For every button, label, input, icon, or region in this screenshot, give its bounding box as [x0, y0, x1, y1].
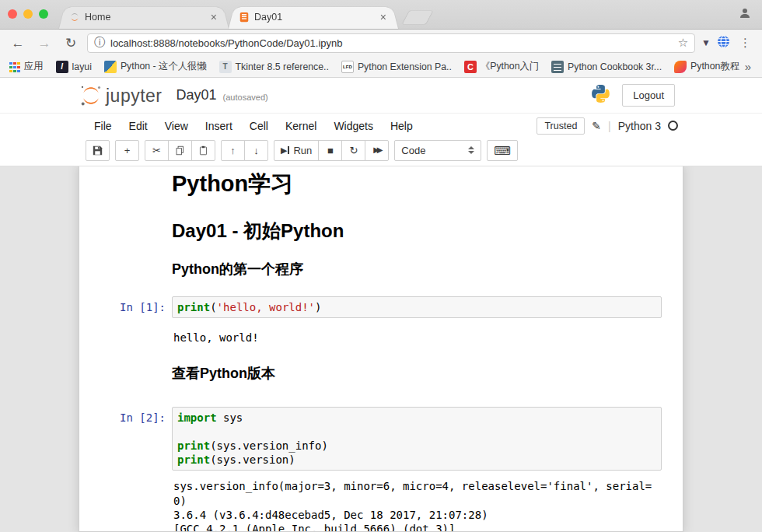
- output-text: hello, world!: [172, 327, 259, 348]
- notebook-title[interactable]: Day01: [177, 87, 217, 103]
- page-info-icon[interactable]: ⓘ: [94, 36, 105, 50]
- output-prompt-spacer: [96, 327, 172, 348]
- jupyter-header: jupyter Day01 (autosaved) Logout: [0, 78, 762, 114]
- url-text[interactable]: localhost:8888/notebooks/PythonCode/Day0…: [110, 37, 673, 49]
- menu-insert[interactable]: Insert: [197, 116, 241, 136]
- logout-button[interactable]: Logout: [622, 84, 675, 107]
- code-input[interactable]: import sys print(sys.version_info)print(…: [172, 407, 662, 471]
- markdown-cell[interactable]: Day01 - 初始Python: [94, 219, 669, 243]
- bookmark-item[interactable]: layui: [56, 61, 92, 73]
- paste-cell-button[interactable]: [191, 140, 215, 161]
- notebook-page: Python学习 Day01 - 初始Python Python的第一个程序 I…: [79, 166, 683, 532]
- code-line: [177, 425, 656, 439]
- menu-edit[interactable]: Edit: [121, 116, 156, 136]
- jupyter-logo-text: jupyter: [106, 86, 163, 107]
- code-cell-1[interactable]: In [1]: print('hello, world!'): [94, 295, 669, 320]
- interrupt-kernel-button[interactable]: ■: [318, 140, 342, 161]
- close-window-button[interactable]: [8, 9, 17, 19]
- zoom-window-button[interactable]: [39, 9, 48, 19]
- menu-cell[interactable]: Cell: [241, 116, 277, 136]
- tab-home[interactable]: Home ×: [59, 5, 229, 29]
- down-arrow-icon: ↓: [253, 145, 259, 156]
- close-tab-icon[interactable]: ×: [208, 11, 219, 23]
- run-label: Run: [293, 145, 312, 156]
- restart-kernel-button[interactable]: ↻: [341, 140, 365, 161]
- add-cell-button[interactable]: +: [115, 140, 139, 161]
- notebook-menubar: FileEditViewInsertCellKernelWidgetsHelp …: [0, 114, 762, 138]
- close-tab-icon[interactable]: ×: [378, 11, 389, 23]
- menu-items: FileEditViewInsertCellKernelWidgetsHelp: [86, 116, 421, 136]
- new-tab-button[interactable]: [402, 11, 432, 24]
- address-bar[interactable]: ⓘ localhost:8888/notebooks/PythonCode/Da…: [87, 33, 695, 53]
- move-cell-up-button[interactable]: ↑: [221, 140, 245, 161]
- bookmark-star-icon[interactable]: ☆: [678, 36, 688, 50]
- tab-day01[interactable]: Day01 ×: [229, 5, 398, 29]
- feather-icon: [674, 61, 687, 73]
- csdn-icon: [464, 61, 477, 73]
- save-button[interactable]: [86, 140, 110, 161]
- chrome-menu-icon[interactable]: ⋮: [736, 36, 754, 50]
- menu-kernel[interactable]: Kernel: [277, 116, 325, 136]
- bookmark-label: layui: [72, 61, 92, 72]
- refresh-button[interactable]: ↻: [61, 37, 81, 50]
- extension-globe-icon[interactable]: [717, 35, 730, 51]
- restart-icon: ↻: [349, 145, 358, 156]
- code-cell-2[interactable]: In [2]: import sys print(sys.version_inf…: [94, 405, 669, 473]
- bookmark-label: Python教程: [690, 60, 739, 73]
- menu-file[interactable]: File: [86, 116, 121, 136]
- restart-run-all-button[interactable]: ▶▶: [365, 140, 389, 161]
- lfd-icon: [341, 61, 354, 73]
- notebook-toolbar: + ✂ ↑: [0, 138, 762, 166]
- bookmark-item[interactable]: 《Python入门: [464, 60, 539, 73]
- menubar-right: Trusted ✎ | Python 3: [537, 117, 678, 135]
- output-text: sys.version_info(major=3, minor=6, micro…: [172, 476, 652, 532]
- bookmark-item[interactable]: 应用: [8, 60, 44, 73]
- forward-button[interactable]: →: [34, 37, 54, 50]
- command-palette-button[interactable]: ⌨: [487, 140, 518, 161]
- markdown-cell[interactable]: 查看Python版本: [94, 364, 669, 383]
- markdown-cell[interactable]: Python的第一个程序: [94, 260, 669, 279]
- bookmarks-overflow-icon[interactable]: »: [742, 60, 754, 73]
- plus-icon: +: [124, 145, 131, 156]
- extension-download-icon[interactable]: ▼: [701, 37, 711, 48]
- jupyter-home-favicon: [68, 12, 80, 23]
- profile-icon[interactable]: [734, 5, 756, 24]
- trusted-badge[interactable]: Trusted: [537, 117, 585, 135]
- prompt-spacer: [96, 366, 172, 382]
- menu-help[interactable]: Help: [382, 116, 421, 136]
- bookmark-item[interactable]: Python教程: [674, 60, 739, 73]
- copy-cell-button[interactable]: [168, 140, 192, 161]
- window-controls: [8, 0, 59, 29]
- code-line: print(sys.version_info): [177, 439, 656, 453]
- cell-output-2: sys.version_info(major=3, minor=6, micro…: [94, 474, 669, 532]
- bookmark-label: 应用: [24, 60, 44, 73]
- heading-python-study: Python学习: [172, 171, 293, 197]
- menu-widgets[interactable]: Widgets: [325, 116, 382, 136]
- move-cell-down-button[interactable]: ↓: [244, 140, 268, 161]
- menu-view[interactable]: View: [156, 116, 197, 136]
- autosave-status: (autosaved): [223, 93, 268, 102]
- input-prompt: In [2]:: [96, 407, 172, 471]
- code-input[interactable]: print('hello, world!'): [172, 296, 662, 318]
- code-line: print('hello, world!'): [177, 300, 656, 314]
- fast-forward-icon: ▶▶: [373, 146, 380, 154]
- run-cell-button[interactable]: ▶ Run: [274, 140, 319, 161]
- cut-cell-button[interactable]: ✂: [145, 140, 169, 161]
- cell-type-dropdown[interactable]: Code: [394, 140, 481, 161]
- markdown-cell[interactable]: Python学习: [94, 170, 669, 198]
- bookmark-label: Python - 这个人很懒: [121, 60, 207, 73]
- keyboard-icon: ⌨: [494, 145, 511, 156]
- bookmark-item[interactable]: Python Extension Pa..: [341, 61, 452, 73]
- minimize-window-button[interactable]: [23, 9, 33, 19]
- layui-icon: [56, 61, 68, 73]
- edit-mode-icon: ✎: [592, 120, 601, 132]
- bookmark-label: 《Python入门: [481, 60, 539, 73]
- bookmark-list: 应用layuiPython - 这个人很懒Tkinter 8.5 referen…: [8, 60, 740, 73]
- bookmark-item[interactable]: Python Cookbook 3r...: [551, 61, 662, 73]
- jupyter-logo[interactable]: jupyter: [79, 84, 163, 107]
- bookmark-item[interactable]: Tkinter 8.5 reference..: [219, 61, 329, 73]
- apps-grid-icon: [8, 61, 20, 73]
- back-button[interactable]: ←: [8, 37, 28, 50]
- browser-toolbar: ← → ↻ ⓘ localhost:8888/notebooks/PythonC…: [0, 30, 762, 56]
- bookmark-item[interactable]: Python - 这个人很懒: [104, 60, 207, 73]
